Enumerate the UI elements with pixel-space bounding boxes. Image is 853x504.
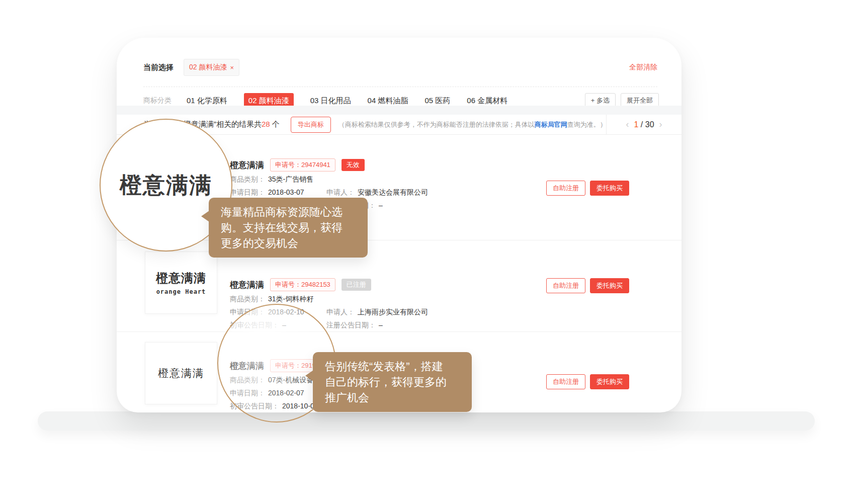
chevron-left-icon[interactable]: ‹ xyxy=(626,119,629,130)
tooltip-line: 购。支持在线交易，获得 xyxy=(221,220,361,235)
tooltip-line: 推广机会 xyxy=(325,390,465,405)
total-pages: 30 xyxy=(645,120,654,129)
clear-all-link[interactable]: 全部清除 xyxy=(629,63,657,72)
trademark-name: 橙意满满 xyxy=(230,159,264,171)
category-item-03[interactable]: 03 日化用品 xyxy=(310,96,351,106)
tooltip-line: 海量精品商标资源随心选 xyxy=(221,204,361,220)
self-register-button[interactable]: 自助注册 xyxy=(546,374,585,389)
publication-line: 初审公告日期：– 注册公告日期：– xyxy=(230,320,428,330)
apply-date-value: 2018-02-10 xyxy=(268,308,304,316)
trademark-office-link[interactable]: 商标局官网 xyxy=(535,121,567,128)
entrust-buy-button[interactable]: 委托购买 xyxy=(590,374,629,389)
self-register-button[interactable]: 自助注册 xyxy=(546,181,585,196)
status-badge: 无效 xyxy=(342,159,365,171)
first-publication-label: 初审公告日期： xyxy=(230,321,279,329)
applicant-value: 上海雨步实业有限公司 xyxy=(358,308,428,316)
entrust-buy-button[interactable]: 委托购买 xyxy=(590,181,629,196)
category-label: 商品类别： xyxy=(230,295,265,303)
dates-line: 申请日期：2018-02-10 申请人：上海雨步实业有限公司 xyxy=(230,307,428,317)
application-number-value: 29482153 xyxy=(301,281,330,288)
tooltip-line: 更多的交易机会 xyxy=(221,235,361,251)
pagination: ‹ 1 / 30 › xyxy=(606,115,681,134)
apply-date-label: 申请日期： xyxy=(230,389,265,397)
tooltip-promotion: 告别传统“发表格”，搭建 自己的标行，获得更多的 推广机会 xyxy=(313,352,472,412)
application-number-value: 29474941 xyxy=(301,161,330,169)
trademark-name: 橙意满满 xyxy=(230,279,264,291)
first-publication-label: 初审公告日期： xyxy=(230,402,279,410)
trademark-thumbnail[interactable]: 橙意满满 orange Heart xyxy=(145,251,217,314)
export-trademark-button[interactable]: 导出商标 xyxy=(291,117,331,133)
selected-filter-tag-label: 02 颜料油漆 xyxy=(189,63,227,72)
apply-date-value: 2018-03-07 xyxy=(268,188,304,196)
current-selection-label: 当前选择 xyxy=(143,63,174,72)
trademark-details: 橙意满满 申请号：29482153 已注册 商品类别：31类-饲料种籽 申请日期… xyxy=(230,279,428,330)
tooltip-line: 自己的标行，获得更多的 xyxy=(325,374,465,390)
tooltip-arrow-left-icon xyxy=(201,211,209,222)
close-icon[interactable]: × xyxy=(230,64,234,71)
first-publication-value: – xyxy=(282,321,286,329)
self-register-button[interactable]: 自助注册 xyxy=(546,278,585,293)
applicant-label: 申请人： xyxy=(326,308,355,316)
chevron-right-icon[interactable]: › xyxy=(659,119,662,130)
trademark-title-row: 橙意满满 申请号：29482153 已注册 xyxy=(230,279,428,291)
multi-select-label: 多选 xyxy=(596,97,610,104)
current-page: 1 xyxy=(634,120,638,129)
thumbnail-subtext: orange Heart xyxy=(156,288,206,295)
entrust-buy-button[interactable]: 委托购买 xyxy=(590,278,629,293)
row-actions: 自助注册 委托购买 xyxy=(546,278,629,293)
thumbnail-text: 橙意满满 xyxy=(156,270,206,286)
trademark-thumbnail[interactable]: 橙意满满 xyxy=(145,342,217,404)
row-actions: 自助注册 委托购买 xyxy=(546,181,629,196)
applicant-label: 申请人： xyxy=(326,188,355,196)
results-unit: 个 xyxy=(272,120,280,128)
magnified-trademark-text: 橙意满满 xyxy=(120,171,212,200)
registration-publication-label: 注册公告日期： xyxy=(326,321,376,329)
application-number-label: 申请号： xyxy=(275,362,301,369)
tooltip-line: 告别传统“发表格”，搭建 xyxy=(325,359,465,374)
category-line: 商品类别：31类-饲料种籽 xyxy=(230,294,428,304)
status-badge: 已注册 xyxy=(342,279,371,291)
application-number-tag: 申请号：29482153 xyxy=(270,278,335,291)
tooltip-arrow-left-icon xyxy=(305,370,313,381)
page: 当前选择 02 颜料油漆 × 全部清除 商标分类 01 化学原料 02 颜料油漆… xyxy=(0,0,853,504)
applicant-value: 安徽美达会展有限公司 xyxy=(358,188,428,196)
category-label: 商品类别： xyxy=(230,175,265,183)
category-line: 商品类别：35类-广告销售 xyxy=(230,174,428,184)
thumbnail-text: 橙意满满 xyxy=(158,366,204,380)
category-item-01[interactable]: 01 化学原料 xyxy=(187,96,227,106)
trademark-name: 橙意满满 xyxy=(230,360,264,372)
category-value: 31类-饲料种籽 xyxy=(268,295,313,303)
trademark-title-row: 橙意满满 申请号：29474941 无效 xyxy=(230,159,428,171)
category-item-05[interactable]: 05 医药 xyxy=(424,96,450,106)
category-bar-label: 商标分类 xyxy=(143,96,172,105)
result-row-2: 橙意满满 orange Heart 橙意满满 申请号：29482153 已注册 … xyxy=(117,240,681,332)
page-indicator: 1 / 30 xyxy=(634,120,654,129)
category-label: 商品类别： xyxy=(230,376,265,384)
apply-date-value: 2018-02-07 xyxy=(268,389,304,397)
row-actions: 自助注册 委托购买 xyxy=(546,374,629,389)
apply-date-label: 申请日期： xyxy=(230,308,265,316)
current-selection-bar: 当前选择 02 颜料油漆 × 全部清除 xyxy=(143,56,657,79)
dates-line: 申请日期：2018-03-07 申请人：安徽美达会展有限公司 xyxy=(230,187,428,197)
disclaimer-text-pre: （商标检索结果仅供参考，不作为商标能否注册的法律依据；具体以 xyxy=(338,121,535,128)
plus-icon: + xyxy=(591,97,595,104)
registration-publication-value: – xyxy=(379,201,383,209)
section-divider-strip xyxy=(117,106,681,115)
category-item-06[interactable]: 06 金属材料 xyxy=(467,96,507,106)
application-number-tag: 申请号：29474941 xyxy=(270,158,335,172)
apply-date-label: 申请日期： xyxy=(230,188,265,196)
selected-filter-tag[interactable]: 02 颜料油漆 × xyxy=(184,59,239,76)
page-separator: / xyxy=(641,120,643,129)
category-item-04[interactable]: 04 燃料油脂 xyxy=(368,96,408,106)
tooltip-trade-resources: 海量精品商标资源随心选 购。支持在线交易，获得 更多的交易机会 xyxy=(209,198,368,258)
application-number-label: 申请号： xyxy=(275,281,301,288)
results-disclaimer: （商标检索结果仅供参考，不作为商标能否注册的法律依据；具体以商标局官网查询为准。… xyxy=(338,120,606,129)
application-number-label: 申请号： xyxy=(275,161,301,169)
disclaimer-text-post: 查询为准。） xyxy=(567,121,606,128)
laptop-base-bar xyxy=(38,411,815,431)
results-count: 28 xyxy=(262,120,270,128)
registration-publication-value: – xyxy=(379,321,383,329)
category-value: 35类-广告销售 xyxy=(268,175,313,183)
